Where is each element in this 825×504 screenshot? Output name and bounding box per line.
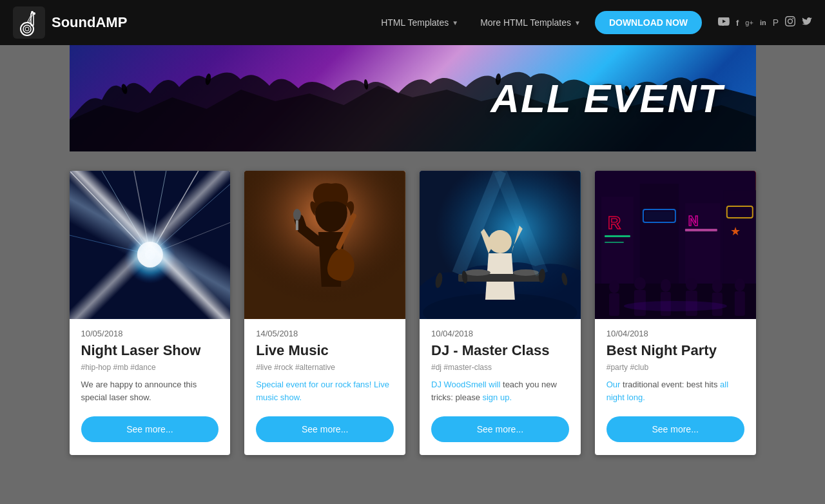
download-button[interactable]: DOWNLOAD NOW — [595, 11, 702, 34]
svg-point-24 — [137, 242, 162, 267]
events-grid: 10/05/2018 Night Laser Show #hip-hop #mb… — [70, 171, 756, 455]
svg-rect-14 — [70, 171, 231, 319]
dropdown-caret: ▼ — [452, 19, 458, 26]
svg-line-18 — [150, 171, 166, 255]
google-plus-icon[interactable]: g+ — [745, 19, 753, 26]
svg-point-34 — [489, 230, 512, 253]
event-card-4: R N ★ — [595, 171, 756, 455]
svg-rect-30 — [296, 220, 298, 230]
main-content: 10/05/2018 Night Laser Show #hip-hop #mb… — [70, 151, 756, 481]
navbar: SoundAMP HTML Templates ▼ More HTML Temp… — [0, 0, 825, 45]
card-desc-3: DJ WoodSmell will teach you new tricks: … — [431, 378, 569, 403]
nav-links: HTML Templates ▼ More HTML Templates ▼ D… — [373, 11, 812, 34]
svg-point-7 — [33, 12, 35, 15]
pinterest-icon[interactable]: P — [773, 17, 779, 28]
twitter-icon[interactable] — [802, 17, 812, 28]
more-templates-link[interactable]: More HTML Templates ▼ — [472, 12, 588, 33]
card-date-4: 10/04/2018 — [607, 329, 744, 338]
svg-line-15 — [70, 171, 150, 255]
event-card-3: 10/04/2018 DJ - Master Class #dj #master… — [420, 171, 581, 455]
svg-line-19 — [150, 171, 198, 255]
card-body-1: 10/05/2018 Night Laser Show #hip-hop #mb… — [70, 319, 231, 455]
svg-line-17 — [133, 171, 150, 255]
card-tags-4: #party #club — [607, 363, 744, 372]
card-body-2: 14/05/2018 Live Music #live #rock #alter… — [244, 319, 405, 455]
facebook-icon[interactable]: f — [736, 18, 739, 28]
card-tags-2: #live #rock #alternative — [256, 363, 394, 372]
card-desc-1: We are happy to announce this special la… — [81, 378, 219, 403]
dj-svg — [420, 171, 581, 319]
card-image-1 — [70, 171, 231, 319]
card-desc-2: Special event for our rock fans! Live mu… — [256, 378, 394, 403]
svg-rect-72 — [595, 171, 756, 319]
card-btn-1[interactable]: See more... — [81, 416, 219, 442]
laser-svg — [70, 171, 231, 319]
svg-point-29 — [293, 209, 301, 220]
card-date-1: 10/05/2018 — [81, 329, 219, 338]
svg-point-23 — [117, 222, 182, 287]
card-btn-4[interactable]: See more... — [607, 416, 744, 442]
music-svg — [244, 171, 405, 319]
hero-title: ALL EVENT — [490, 75, 755, 121]
svg-line-20 — [150, 184, 230, 255]
linkedin-icon[interactable]: in — [760, 19, 766, 26]
html-templates-link[interactable]: HTML Templates ▼ — [373, 12, 466, 33]
card-tags-1: #hip-hop #mb #dance — [81, 363, 219, 372]
svg-line-16 — [101, 171, 150, 255]
card-date-2: 14/05/2018 — [256, 329, 394, 338]
party-svg: R N ★ — [595, 171, 756, 319]
svg-line-21 — [150, 222, 230, 255]
brand-logo[interactable]: SoundAMP — [13, 6, 127, 39]
card-title-4: Best Night Party — [607, 342, 744, 359]
guitar-icon — [13, 6, 45, 39]
card-body-4: 10/04/2018 Best Night Party #party #club… — [595, 319, 756, 455]
card-image-4: R N ★ — [595, 171, 756, 319]
card-tags-3: #dj #master-class — [431, 363, 569, 372]
card-title-1: Night Laser Show — [81, 342, 219, 359]
card-image-3 — [420, 171, 581, 319]
svg-line-22 — [70, 235, 150, 255]
card-btn-3[interactable]: See more... — [431, 416, 569, 442]
card-image-2 — [244, 171, 405, 319]
card-title-2: Live Music — [256, 342, 394, 359]
youtube-icon[interactable] — [718, 17, 730, 28]
dropdown-caret-2: ▼ — [574, 19, 581, 26]
svg-point-25 — [144, 249, 155, 260]
card-body-3: 10/04/2018 DJ - Master Class #dj #master… — [420, 319, 581, 455]
event-card-1: 10/05/2018 Night Laser Show #hip-hop #mb… — [70, 171, 231, 455]
event-card-2: 14/05/2018 Live Music #live #rock #alter… — [244, 171, 405, 455]
social-icons: f g+ in P — [718, 16, 812, 29]
card-date-3: 10/04/2018 — [431, 329, 569, 338]
card-title-3: DJ - Master Class — [431, 342, 569, 359]
brand-name: SoundAMP — [52, 14, 127, 31]
card-btn-2[interactable]: See more... — [256, 416, 394, 442]
laser-image-inner — [70, 171, 231, 319]
card-desc-4: Our traditional event: best hits all nig… — [607, 378, 744, 403]
hero-banner: ALL EVENT — [70, 45, 756, 151]
instagram-icon[interactable] — [785, 16, 795, 29]
svg-point-36 — [465, 269, 490, 276]
